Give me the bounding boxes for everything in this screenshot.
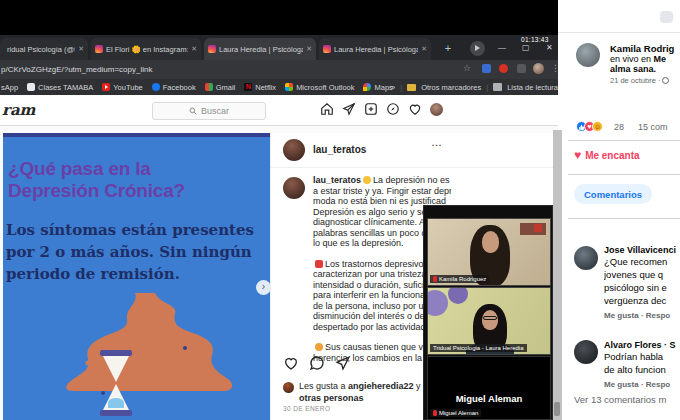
- share-icon[interactable]: [335, 355, 351, 371]
- comments-filter-pill[interactable]: Comentarios: [574, 184, 652, 204]
- bookmark-youtube[interactable]: YouTube: [102, 83, 142, 92]
- tab-laura-heredia-active[interactable]: Laura Heredia | Psicóloga en ✕: [204, 38, 316, 60]
- screen: 01:13:43 ridual Psicología (@tridual_ ✕ …: [0, 0, 680, 420]
- instagram-favicon: [323, 45, 331, 53]
- profile-avatar[interactable]: [430, 103, 443, 116]
- home-icon[interactable]: [320, 102, 334, 116]
- bookmark-whatsapp[interactable]: sApp: [1, 83, 18, 92]
- new-post-icon[interactable]: [364, 102, 378, 116]
- direct-messages-icon[interactable]: [342, 102, 356, 116]
- fb-comment: Alvaro Flores · S Podrían habla de alto …: [604, 340, 680, 389]
- url-text[interactable]: p/CKrVoZGHzgE/?utm_medium=copy_link: [1, 65, 152, 74]
- close-tab-icon[interactable]: ✕: [191, 45, 197, 53]
- extension-gray-icon[interactable]: [517, 64, 526, 73]
- divider: [568, 140, 680, 141]
- reading-list-button[interactable]: Lista de lectura: [507, 83, 558, 92]
- scrollbar[interactable]: [553, 130, 562, 420]
- recording-timer: 01:13:43: [521, 36, 549, 43]
- bookmark-facebook[interactable]: Facebook: [152, 83, 196, 92]
- browser-profile-avatar[interactable]: [533, 63, 544, 74]
- background-shelf: [520, 223, 546, 235]
- extension-red-icon[interactable]: [499, 64, 508, 73]
- fb-commenter-name[interactable]: Alvaro Flores · S: [604, 340, 680, 350]
- reading-list-icon: [493, 83, 502, 91]
- liker-avatar[interactable]: [283, 382, 294, 393]
- participant-face: [482, 310, 498, 330]
- comment-actions[interactable]: Me gusta · Respo: [604, 380, 680, 389]
- minimize-button[interactable]: —: [498, 43, 506, 52]
- instagram-nav: [320, 102, 443, 116]
- author-username[interactable]: lau_teratos: [313, 144, 366, 155]
- netflix-icon: N: [244, 83, 252, 91]
- address-bar[interactable]: p/CKrVoZGHzgE/?utm_medium=copy_link ☆ ⋮: [0, 60, 562, 79]
- background-object: [534, 224, 542, 232]
- view-more-comments-link[interactable]: Ver 13 comentarios m: [574, 394, 666, 405]
- tab-title: El Flori 🌼 en Instagram: “Un: [106, 45, 188, 54]
- divider: |: [400, 83, 402, 92]
- fb-commenter-avatar[interactable]: [574, 246, 598, 270]
- post-image-body: Los síntomas están presentes por 2 o más…: [6, 219, 254, 285]
- comment-icon[interactable]: [309, 355, 325, 371]
- bookmark-star-icon[interactable]: ☆: [463, 63, 471, 73]
- doc-icon: [27, 83, 35, 91]
- window-close-button[interactable]: ✕: [546, 43, 553, 52]
- me-encanta-button[interactable]: ♥ Me encanta: [574, 148, 640, 162]
- bookmark-outlook[interactable]: Microsoft Outlook: [285, 83, 354, 92]
- reaction-count[interactable]: 28: [614, 122, 624, 132]
- post-header: lau_teratos …: [271, 133, 556, 168]
- maximize-button[interactable]: ▢: [522, 43, 530, 52]
- bookmark-clases-tamaba[interactable]: Clases TAMABA: [27, 83, 93, 92]
- activity-heart-icon[interactable]: [408, 102, 422, 116]
- siren-emoji: [315, 260, 323, 268]
- comment-actions[interactable]: Me gusta · Respo: [604, 311, 680, 320]
- fb-author-name[interactable]: Kamila Rodrig: [610, 43, 680, 54]
- instagram-logo[interactable]: ram: [2, 101, 36, 119]
- panel-control[interactable]: [660, 11, 673, 23]
- participant-tile-laura[interactable]: Tridual Psicologia - Laura Heredia: [427, 287, 551, 355]
- media-control-icon[interactable]: [470, 41, 485, 56]
- close-tab-icon[interactable]: ✕: [78, 45, 84, 53]
- carousel-next-button[interactable]: ›: [256, 280, 270, 295]
- participant-tile-miguel[interactable]: Miguel Aleman Miguel Aleman: [427, 356, 551, 420]
- tab-el-flori[interactable]: El Flori 🌼 en Instagram: “Un ✕: [91, 38, 201, 60]
- post-options-icon[interactable]: …: [431, 136, 443, 148]
- tab-title: ridual Psicología (@tridual_: [7, 45, 75, 54]
- glasses: [483, 316, 497, 320]
- instagram-favicon: [208, 45, 216, 53]
- wall-decor-circle: [448, 287, 468, 304]
- care-reaction-icon[interactable]: ☺: [592, 121, 603, 132]
- microsoft-icon: [285, 83, 293, 91]
- participant-tile-kamila[interactable]: Kamila Rodriguez: [427, 218, 551, 286]
- public-globe-icon: [662, 77, 669, 84]
- extension-blue-icon[interactable]: [482, 64, 491, 73]
- like-heart-icon[interactable]: [283, 355, 299, 371]
- search-placeholder: Buscar: [201, 106, 229, 116]
- bookmark-netflix[interactable]: NNetflix: [244, 83, 276, 92]
- caption-username[interactable]: lau_teratos: [313, 175, 361, 185]
- fb-commenter-name[interactable]: Jose Villavicenci: [604, 245, 680, 255]
- divider: |: [486, 83, 488, 92]
- comment-count[interactable]: 15 com: [638, 122, 668, 132]
- tab-laura-heredia-2[interactable]: Laura Heredia | Psicóloga en ✕: [319, 38, 431, 60]
- post-actions: [283, 355, 351, 371]
- sweat-smile-emoji: [363, 176, 371, 184]
- video-call-window[interactable]: Kamila Rodriguez Tridual Psicologia - La…: [423, 205, 553, 420]
- liker-username[interactable]: angieheredia22: [348, 381, 414, 391]
- tab-tridual-psicologia[interactable]: ridual Psicología (@tridual_ ✕: [0, 38, 88, 60]
- fb-author-avatar[interactable]: [576, 43, 600, 67]
- caption-avatar[interactable]: [283, 177, 305, 199]
- new-tab-button[interactable]: +: [441, 41, 455, 55]
- scrollbar-thumb[interactable]: [554, 402, 560, 416]
- bookmark-maps[interactable]: Maps: [363, 83, 392, 92]
- explore-compass-icon[interactable]: [386, 102, 400, 116]
- author-avatar[interactable]: [283, 139, 305, 161]
- fb-post-header: Kamila Rodrig en vivo en Me alma sana. 2…: [610, 43, 680, 85]
- other-bookmarks-button[interactable]: Otros marcadores: [421, 83, 481, 92]
- fb-commenter-avatar[interactable]: [574, 340, 598, 364]
- close-tab-icon[interactable]: ✕: [421, 45, 427, 53]
- bookmark-gmail[interactable]: Gmail: [205, 83, 236, 92]
- close-tab-icon[interactable]: ✕: [306, 45, 312, 53]
- facebook-panel-topbar: [558, 0, 680, 33]
- bookmarks-overflow-icon[interactable]: »: [391, 83, 395, 92]
- search-input[interactable]: Buscar: [152, 102, 266, 120]
